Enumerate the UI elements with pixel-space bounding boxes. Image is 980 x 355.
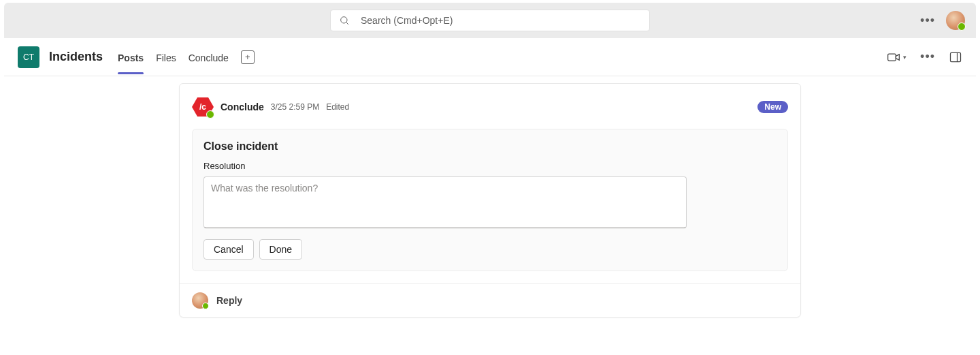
post-card: /c Conclude 3/25 2:59 PM Edited New Clos… <box>179 83 801 318</box>
resolution-label: Resolution <box>203 161 777 171</box>
channel-more-icon[interactable]: ••• <box>920 50 935 64</box>
channel-header: CT Incidents Posts Files Conclude + ▾ ••… <box>4 38 976 76</box>
svg-point-0 <box>341 17 347 23</box>
tab-conclude[interactable]: Conclude <box>189 40 229 74</box>
form-title: Close incident <box>203 140 777 153</box>
top-bar-right: ••• <box>920 11 965 30</box>
new-badge: New <box>757 101 788 113</box>
camera-icon <box>887 50 900 64</box>
post-header: /c Conclude 3/25 2:59 PM Edited New <box>180 84 800 126</box>
panel-icon <box>949 50 962 64</box>
channel-title: Incidents <box>49 50 103 64</box>
search-icon <box>339 15 350 26</box>
reply-bar[interactable]: Reply <box>180 283 800 317</box>
more-icon[interactable]: ••• <box>920 14 935 28</box>
app-avatar: /c <box>192 96 214 118</box>
meet-button[interactable]: ▾ <box>887 50 906 64</box>
tab-files[interactable]: Files <box>156 40 176 74</box>
post-author: Conclude <box>220 102 264 112</box>
cancel-button[interactable]: Cancel <box>203 239 254 260</box>
reply-avatar <box>192 292 208 309</box>
post-edited-label: Edited <box>326 102 349 112</box>
close-incident-form: Close incident Resolution Cancel Done <box>192 129 788 271</box>
resolution-textarea[interactable] <box>203 176 687 228</box>
chevron-down-icon: ▾ <box>903 54 906 61</box>
content-area: /c Conclude 3/25 2:59 PM Edited New Clos… <box>4 76 976 338</box>
form-buttons: Cancel Done <box>203 239 777 260</box>
app-hexagon-icon: /c <box>192 97 214 117</box>
svg-rect-3 <box>951 52 961 61</box>
top-bar: Search (Cmd+Opt+E) ••• <box>4 3 976 38</box>
open-panel-button[interactable] <box>949 50 962 64</box>
user-avatar[interactable] <box>946 11 965 30</box>
svg-rect-2 <box>888 54 896 61</box>
add-tab-icon[interactable]: + <box>241 50 255 64</box>
search-input-container[interactable]: Search (Cmd+Opt+E) <box>330 10 650 31</box>
channel-icon: CT <box>18 46 39 68</box>
post-timestamp: 3/25 2:59 PM <box>271 102 319 112</box>
reply-label: Reply <box>216 295 242 306</box>
done-button[interactable]: Done <box>259 239 302 260</box>
channel-header-right: ▾ ••• <box>887 50 962 64</box>
svg-line-1 <box>346 22 348 25</box>
tab-posts[interactable]: Posts <box>118 40 144 74</box>
search-placeholder: Search (Cmd+Opt+E) <box>361 15 453 26</box>
tabs: Posts Files Conclude + <box>118 40 255 74</box>
